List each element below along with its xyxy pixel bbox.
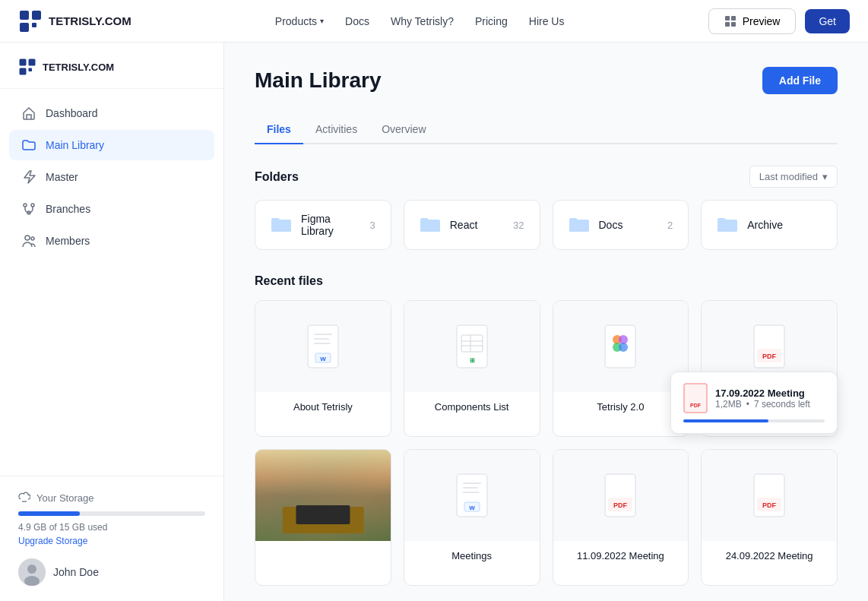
tooltip-progress-bar-background bbox=[683, 419, 825, 422]
storage-label: Your Storage bbox=[18, 492, 205, 504]
folder-count: 3 bbox=[370, 220, 375, 231]
sidebar-item-master[interactable]: Master bbox=[9, 162, 214, 192]
svg-rect-42 bbox=[463, 487, 478, 489]
svg-rect-0 bbox=[20, 11, 29, 20]
nav-why-tetrisly[interactable]: Why Tetrisly? bbox=[382, 9, 463, 33]
folder-card-figma-library[interactable]: Figma Library 3 bbox=[255, 200, 391, 250]
nav-hire-us[interactable]: Hire Us bbox=[520, 9, 574, 33]
sort-dropdown[interactable]: Last modified ▾ bbox=[749, 166, 838, 188]
file-card-label: Components List bbox=[404, 392, 540, 422]
sidebar-item-master-label: Master bbox=[46, 171, 78, 183]
add-file-button[interactable]: Add File bbox=[762, 67, 838, 94]
svg-point-13 bbox=[31, 204, 34, 207]
user-name: John Doe bbox=[53, 566, 99, 578]
svg-text:PDF: PDF bbox=[690, 403, 702, 408]
folder-card-react[interactable]: React 32 bbox=[404, 200, 540, 250]
navbar-nav: Products ▾ Docs Why Tetrisly? Pricing Hi… bbox=[156, 9, 684, 33]
sidebar-item-dashboard-label: Dashboard bbox=[46, 107, 98, 119]
svg-point-18 bbox=[27, 565, 36, 574]
svg-rect-43 bbox=[463, 492, 480, 493]
file-card-about-tetrisly[interactable]: W About Tetrisly bbox=[255, 300, 391, 437]
tooltip-pdf-icon: PDF bbox=[683, 383, 708, 413]
svg-text:⊞: ⊞ bbox=[469, 357, 474, 364]
tab-activities[interactable]: Activities bbox=[303, 115, 369, 144]
svg-rect-7 bbox=[731, 22, 736, 27]
file-card-24-meeting[interactable]: PDF 24.09.2022 Meeting bbox=[701, 449, 838, 586]
pdf-file-icon-2: PDF bbox=[602, 473, 638, 517]
svg-text:PDF: PDF bbox=[762, 353, 777, 360]
word-file-icon: W bbox=[305, 324, 341, 369]
svg-rect-23 bbox=[314, 343, 331, 344]
folder-card-docs[interactable]: Docs 2 bbox=[553, 200, 689, 250]
sidebar-item-members[interactable]: Members bbox=[9, 226, 214, 256]
folder-name: Archive bbox=[747, 219, 813, 231]
folder-icon bbox=[420, 216, 441, 234]
sidebar: TETRISLY.COM Dashboard Main Library bbox=[0, 43, 224, 601]
sidebar-item-main-library[interactable]: Main Library bbox=[9, 130, 214, 160]
folder-icon bbox=[717, 216, 738, 234]
content-wrapper: W About Tetrisly ⊞ bbox=[255, 300, 838, 586]
home-icon bbox=[21, 106, 36, 121]
tooltip-filename: 17.09.2022 Meeting bbox=[715, 387, 810, 399]
figma-file-icon bbox=[602, 324, 638, 369]
file-card-preview: PDF bbox=[702, 450, 837, 541]
nav-products[interactable]: Products ▾ bbox=[266, 9, 333, 33]
file-card-meetings[interactable]: W Meetings bbox=[404, 449, 540, 586]
members-icon bbox=[21, 233, 36, 248]
tab-files[interactable]: Files bbox=[255, 115, 303, 144]
storage-bar-fill bbox=[18, 511, 80, 516]
get-button[interactable]: Get bbox=[805, 9, 850, 33]
svg-rect-6 bbox=[725, 22, 730, 27]
navbar-logo-text: TETRISLY.COM bbox=[49, 14, 131, 27]
file-card-components-list[interactable]: ⊞ Components List bbox=[404, 300, 540, 437]
svg-rect-10 bbox=[20, 68, 27, 75]
svg-rect-8 bbox=[20, 59, 27, 66]
file-card-photo[interactable] bbox=[255, 449, 391, 586]
nav-actions: Preview Get bbox=[708, 8, 850, 34]
folders-grid: Figma Library 3 React 32 Docs 2 bbox=[255, 200, 838, 250]
page-header: Main Library Add File bbox=[255, 67, 838, 94]
file-card-label: Tetrisly 2.0 bbox=[553, 392, 689, 422]
grid-icon bbox=[724, 15, 737, 27]
recent-files-title: Recent files bbox=[255, 274, 323, 288]
folders-title: Folders bbox=[255, 170, 299, 184]
download-tooltip-popup: PDF 17.09.2022 Meeting 1,2MB • 7 seconds… bbox=[670, 372, 838, 434]
user-info: John Doe bbox=[18, 558, 205, 586]
file-card-label bbox=[255, 541, 391, 568]
main-content: Main Library Add File Files Activities O… bbox=[224, 43, 868, 601]
cloud-icon bbox=[18, 492, 30, 504]
svg-rect-4 bbox=[725, 16, 730, 21]
file-card-11-meeting[interactable]: PDF 11.09.2022 Meeting bbox=[553, 449, 689, 586]
svg-rect-11 bbox=[29, 68, 33, 72]
preview-button[interactable]: Preview bbox=[708, 8, 797, 34]
folder-card-archive[interactable]: Archive bbox=[701, 200, 838, 250]
recent-files-grid: W About Tetrisly ⊞ bbox=[255, 300, 838, 586]
folders-section-header: Folders Last modified ▾ bbox=[255, 166, 838, 188]
chevron-down-icon: ▾ bbox=[320, 17, 324, 25]
tooltip-header: PDF 17.09.2022 Meeting 1,2MB • 7 seconds… bbox=[683, 383, 825, 413]
tooltip-progress-bar-fill bbox=[683, 419, 768, 422]
sidebar-item-branches[interactable]: Branches bbox=[9, 194, 214, 224]
svg-text:W: W bbox=[320, 356, 326, 362]
svg-rect-22 bbox=[314, 338, 329, 340]
folder-open-icon bbox=[21, 138, 36, 153]
folder-count: 32 bbox=[513, 220, 524, 231]
folder-name: Figma Library bbox=[301, 213, 361, 237]
sidebar-nav: Dashboard Main Library Master bbox=[0, 89, 223, 476]
folder-icon bbox=[271, 216, 292, 234]
tab-overview[interactable]: Overview bbox=[369, 115, 438, 144]
sidebar-bottom: Your Storage 4.9 GB of 15 GB used Upgrad… bbox=[0, 476, 223, 601]
sidebar-item-branches-label: Branches bbox=[46, 203, 90, 215]
nav-docs[interactable]: Docs bbox=[336, 9, 379, 33]
file-card-preview bbox=[553, 301, 689, 392]
svg-rect-3 bbox=[32, 23, 36, 27]
upgrade-storage-link[interactable]: Upgrade Storage bbox=[18, 536, 205, 546]
file-card-tetrisly-2[interactable]: Tetrisly 2.0 bbox=[553, 300, 689, 437]
navbar-logo[interactable]: TETRISLY.COM bbox=[18, 9, 131, 33]
svg-rect-21 bbox=[314, 334, 332, 335]
sidebar-item-dashboard[interactable]: Dashboard bbox=[9, 98, 214, 128]
pdf-file-icon: PDF bbox=[751, 324, 787, 369]
nav-pricing[interactable]: Pricing bbox=[466, 9, 517, 33]
page-title: Main Library bbox=[255, 68, 381, 93]
tabs: Files Activities Overview bbox=[255, 115, 838, 144]
